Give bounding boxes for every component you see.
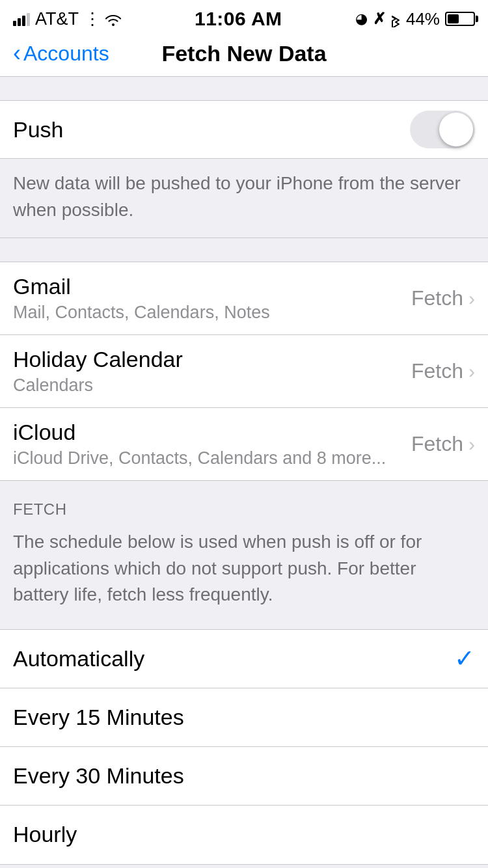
chevron-right-icon-icloud: › [468, 433, 475, 455]
account-status-icloud: Fetch [411, 432, 463, 456]
status-left: AT&T ⋮ [13, 9, 121, 29]
nav-bar: ‹ Accounts Fetch New Data [0, 35, 488, 77]
account-name-holiday: Holiday Calendar [13, 347, 411, 372]
accounts-spacer [0, 238, 488, 262]
signal-bar-4 [27, 13, 30, 26]
account-row-gmail[interactable]: Gmail Mail, Contacts, Calendars, Notes F… [0, 262, 488, 335]
schedule-label-30min: Every 30 Minutes [13, 763, 184, 789]
status-bar: AT&T ⋮ 11:06 AM ◕ ✗ 44% [0, 0, 488, 35]
carrier-label: AT&T [35, 9, 79, 29]
fetch-section-description: The schedule below is used when push is … [13, 529, 475, 621]
push-toggle[interactable] [410, 111, 475, 148]
account-row-icloud[interactable]: iCloud iCloud Drive, Contacts, Calendars… [0, 408, 488, 480]
back-button[interactable]: ‹ Accounts [13, 42, 109, 66]
account-right-gmail: Fetch › [411, 286, 475, 310]
bluetooth-icon: ✗ [373, 10, 401, 28]
schedule-label-15min: Every 15 Minutes [13, 705, 184, 730]
schedule-section: Automatically ✓ Every 15 Minutes Every 3… [0, 629, 488, 865]
signal-bar-3 [22, 16, 25, 26]
account-name-gmail: Gmail [13, 274, 411, 299]
page-title: Fetch New Data [161, 41, 326, 66]
checkmark-automatically: ✓ [454, 644, 475, 673]
push-section: Push [0, 100, 488, 159]
location-icon: ◕ [355, 10, 368, 27]
fetch-section-title: FETCH [13, 500, 475, 519]
account-name-icloud: iCloud [13, 420, 411, 445]
chevron-right-icon-holiday: › [468, 360, 475, 383]
signal-bar-2 [18, 18, 21, 26]
status-right: ◕ ✗ 44% [355, 9, 475, 29]
account-right-holiday: Fetch › [411, 359, 475, 383]
account-info-holiday: Holiday Calendar Calendars [13, 347, 411, 396]
account-row-holiday[interactable]: Holiday Calendar Calendars Fetch › [0, 335, 488, 408]
account-subtitle-holiday: Calendars [13, 375, 411, 396]
schedule-label-hourly: Hourly [13, 822, 77, 847]
battery-fill [448, 14, 459, 23]
back-chevron-icon: ‹ [13, 42, 21, 65]
signal-bar-1 [13, 21, 16, 26]
push-description-row: New data will be pushed to your iPhone f… [0, 159, 488, 238]
account-status-holiday: Fetch [411, 359, 463, 383]
schedule-label-automatically: Automatically [13, 646, 144, 671]
account-subtitle-gmail: Mail, Contacts, Calendars, Notes [13, 303, 411, 323]
schedule-row-hourly[interactable]: Hourly [0, 806, 488, 864]
push-row: Push [0, 101, 488, 158]
top-spacer [0, 77, 488, 100]
account-subtitle-icloud: iCloud Drive, Contacts, Calendars and 8 … [13, 448, 411, 468]
schedule-row-30min[interactable]: Every 30 Minutes [0, 747, 488, 806]
schedule-row-15min[interactable]: Every 15 Minutes [0, 688, 488, 747]
chevron-right-icon-gmail: › [468, 288, 475, 310]
back-label: Accounts [23, 42, 109, 66]
push-description: New data will be pushed to your iPhone f… [13, 170, 475, 223]
schedule-row-automatically[interactable]: Automatically ✓ [0, 630, 488, 688]
accounts-section: Gmail Mail, Contacts, Calendars, Notes F… [0, 262, 488, 481]
account-right-icloud: Fetch › [411, 432, 475, 456]
battery-percentage: 44% [406, 9, 440, 29]
signal-bars [13, 12, 30, 26]
status-time: 11:06 AM [195, 8, 282, 30]
push-label: Push [13, 117, 64, 142]
fetch-header: FETCH The schedule below is used when pu… [0, 481, 488, 629]
toggle-knob [439, 113, 473, 146]
account-info-icloud: iCloud iCloud Drive, Contacts, Calendars… [13, 420, 411, 468]
battery-icon [445, 12, 475, 26]
account-status-gmail: Fetch [411, 286, 463, 310]
account-info-gmail: Gmail Mail, Contacts, Calendars, Notes [13, 274, 411, 323]
wifi-icon: ⋮ [84, 9, 121, 29]
